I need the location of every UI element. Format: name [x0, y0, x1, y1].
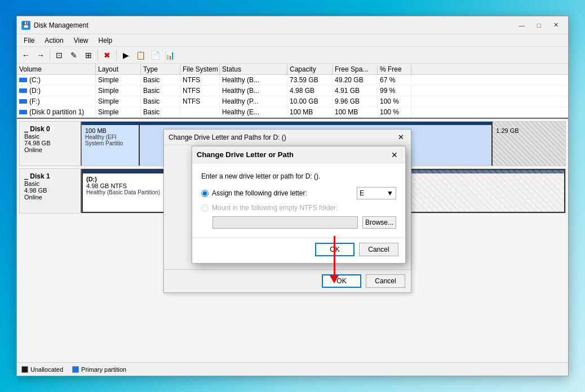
cell-volume-p1: (Disk 0 partition 1) [17, 107, 96, 117]
cell-layout-d: Simple [96, 86, 141, 96]
bg-cancel-button[interactable]: Cancel [366, 274, 405, 288]
cell-fs-p1 [180, 107, 220, 117]
table-row[interactable]: (F:) Simple Basic NTFS Healthy (P... 10.… [17, 96, 568, 107]
cell-pct-c: 67 % [378, 75, 411, 85]
bg-dialog-close-btn[interactable]: ✕ [395, 132, 406, 142]
browse-button[interactable]: Browse... [362, 216, 396, 229]
toolbar-btn-1[interactable]: ⊡ [52, 48, 66, 62]
disk-0-efi[interactable]: 100 MB Healthy (EFI System Partitio [82, 122, 140, 166]
bg-dialog-title-text: Change Drive Letter and Paths for D: () [169, 133, 286, 141]
toolbar-btn-4[interactable]: ▶ [119, 48, 132, 62]
bg-dialog-actions: OK Cancel [164, 269, 411, 292]
col-volume: Volume [17, 64, 96, 74]
legend-box-primary [72, 366, 79, 373]
menu-view[interactable]: View [69, 35, 93, 46]
table-row[interactable]: (C:) Simple Basic NTFS Healthy (B... 73.… [17, 75, 568, 86]
bg-ok-button[interactable]: OK [322, 274, 361, 288]
dropdown-arrow-icon: ▼ [387, 189, 393, 197]
inner-dialog-title-bar: Change Drive Letter or Path ✕ [192, 146, 405, 163]
app-icon: 💾 [21, 21, 30, 30]
toolbar-btn-7[interactable]: 📊 [163, 48, 176, 62]
disk-0-status: Online [24, 146, 76, 153]
cell-layout-f: Simple [96, 96, 141, 106]
toolbar-btn-delete[interactable]: ✖ [100, 48, 114, 62]
vol-icon-f [19, 99, 27, 104]
drive-letter-dropdown[interactable]: E ▼ [357, 187, 396, 199]
cell-cap-d: 4.98 GB [287, 86, 333, 96]
cell-type-p1: Basic [141, 107, 180, 117]
dialog-description: Enter a new drive letter or path for D: … [201, 172, 396, 180]
efi-size: 100 MB [85, 127, 135, 134]
radio-row-mount: Mount in the following empty NTFS folder… [201, 204, 396, 212]
toolbar-btn-6[interactable]: 📄 [148, 48, 162, 62]
disk-0-name: ⎯ Disk 0 [24, 125, 76, 133]
radio-assign[interactable] [201, 190, 209, 197]
toolbar-back[interactable]: ← [19, 48, 33, 62]
col-fs: File System [180, 64, 220, 74]
disk-0-type: Basic [24, 133, 76, 140]
menu-action[interactable]: Action [40, 35, 68, 46]
cell-type-d: Basic [141, 86, 180, 96]
cell-pct-f: 100 % [378, 96, 411, 106]
maximize-button[interactable]: □ [531, 19, 547, 32]
cell-free-c: 49.20 GB [333, 75, 378, 85]
table-header: Volume Layout Type File System Status Ca… [17, 64, 568, 75]
vol-icon-d [19, 88, 27, 93]
toolbar: ← → ⊡ ✎ ⊞ ✖ ▶ 📋 📄 📊 [17, 47, 568, 64]
inner-dialog: Change Drive Letter or Path ✕ Enter a ne… [192, 146, 406, 264]
partition-header-main [140, 122, 491, 125]
cell-status-d: Healthy (B... [220, 86, 287, 96]
inner-dialog-close-btn[interactable]: ✕ [388, 149, 401, 161]
unalloc-size: 1.29 GB [496, 124, 562, 134]
toolbar-sep-1 [50, 50, 50, 61]
disk-0-label: ⎯ Disk 0 Basic 74.98 GB Online [20, 122, 82, 166]
minimize-button[interactable]: — [514, 19, 530, 32]
disk-1-type: Basic [24, 180, 76, 187]
cell-layout-p1: Simple [96, 107, 141, 117]
table-row[interactable]: (D:) Simple Basic NTFS Healthy (B... 4.9… [17, 86, 568, 96]
title-bar: 💾 Disk Management — □ ✕ [17, 16, 568, 34]
window-title: Disk Management [34, 21, 514, 29]
radio-mount[interactable] [201, 204, 209, 212]
col-status: Status [220, 64, 287, 74]
inner-ok-button[interactable]: OK [315, 243, 354, 256]
cell-type-c: Basic [141, 75, 180, 85]
disk-1-size: 4.98 GB [24, 187, 76, 194]
cell-pct-p1: 100 % [378, 107, 411, 117]
mount-path-input[interactable] [212, 216, 358, 229]
menu-file[interactable]: File [19, 35, 39, 46]
cell-status-p1: Healthy (E... [220, 107, 287, 117]
cell-cap-p1: 100 MB [287, 107, 333, 117]
cell-type-f: Basic [141, 96, 180, 106]
inner-dialog-buttons: OK Cancel [192, 238, 405, 263]
toolbar-btn-3[interactable]: ⊞ [82, 48, 95, 62]
drive-letter-value: E [360, 189, 364, 197]
cell-volume-f: (F:) [17, 96, 96, 106]
inner-cancel-button[interactable]: Cancel [359, 243, 398, 256]
legend-primary: Primary partition [72, 366, 126, 373]
inner-dialog-title: Change Drive Letter or Path [197, 150, 388, 159]
cell-status-f: Healthy (P... [220, 96, 287, 106]
disk-0-unalloc[interactable]: 1.29 GB [493, 122, 565, 166]
cell-cap-c: 73.59 GB [287, 75, 333, 85]
mount-path-row: Browse... [212, 216, 396, 229]
toolbar-btn-2[interactable]: ✎ [67, 48, 81, 62]
cell-pct-d: 99 % [378, 86, 411, 96]
col-pct: % Free [378, 64, 411, 74]
toolbar-sep-2 [98, 50, 98, 61]
toolbar-btn-5[interactable]: 📋 [134, 48, 147, 62]
table-row[interactable]: (Disk 0 partition 1) Simple Basic Health… [17, 107, 568, 118]
disk-1-label: ⎯ Disk 1 Basic 4.98 GB Online [20, 169, 82, 213]
close-button[interactable]: ✕ [548, 19, 564, 32]
legend-unalloc: Unallocated [21, 366, 63, 373]
cell-fs-f: NTFS [180, 96, 220, 106]
disk-1-status: Online [24, 194, 76, 201]
legend: Unallocated Primary partition [17, 362, 568, 376]
col-free: Free Spa... [333, 64, 378, 74]
menu-help[interactable]: Help [94, 35, 117, 46]
col-capacity: Capacity [287, 64, 333, 74]
cell-layout-c: Simple [96, 75, 141, 85]
bg-dialog-title-bar: Change Drive Letter and Paths for D: () … [164, 130, 411, 145]
main-window: 💾 Disk Management — □ ✕ File Action View… [16, 16, 569, 376]
toolbar-forward[interactable]: → [34, 48, 47, 62]
